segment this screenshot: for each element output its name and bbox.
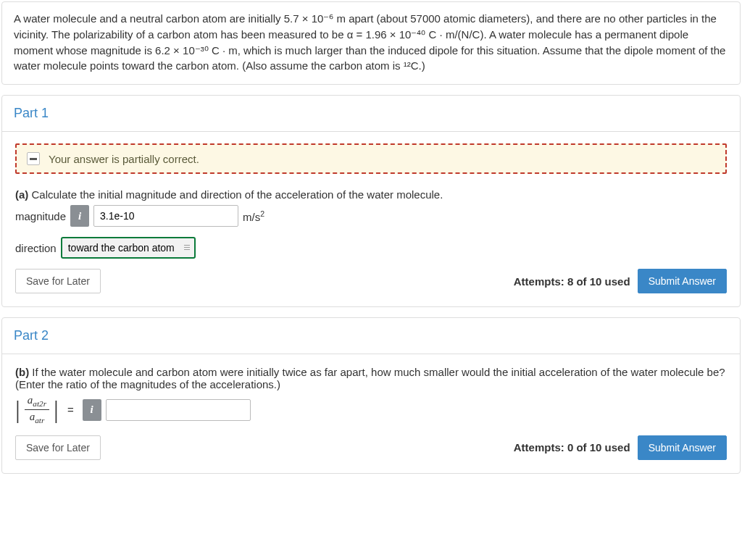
abs-bar-left: | — [15, 398, 20, 422]
part2-prompt: (b) If the water molecule and carbon ato… — [15, 366, 727, 390]
part2-prompt-text: If the water molecule and carbon atom we… — [15, 366, 725, 390]
magnitude-input[interactable] — [93, 205, 238, 227]
magnitude-label: magnitude — [15, 210, 66, 222]
problem-panel: A water molecule and a neutral carbon at… — [1, 1, 741, 85]
info-icon[interactable]: i — [70, 205, 89, 227]
direction-label: direction — [15, 242, 57, 254]
part1-prompt-text: Calculate the initial magnitude and dire… — [28, 188, 443, 201]
info-icon[interactable]: i — [83, 399, 101, 421]
problem-text-content: A water molecule and a neutral carbon at… — [14, 12, 725, 72]
equals-sign: = — [67, 404, 74, 416]
magnitude-unit: m/s2 — [243, 209, 264, 223]
part1-title: Part 1 — [2, 96, 740, 132]
save-button[interactable]: Save for Later — [15, 435, 101, 460]
problem-text: A water molecule and a neutral carbon at… — [2, 2, 740, 84]
ratio-input[interactable] — [106, 399, 251, 421]
abs-bar-right: | — [54, 398, 59, 422]
part2-prompt-label: (b) — [15, 366, 29, 378]
partial-correct-icon — [27, 152, 40, 165]
save-button[interactable]: Save for Later — [15, 269, 101, 293]
part1-prompt-label: (a) — [15, 188, 28, 201]
part2-panel: Part 2 (b) If the water molecule and car… — [1, 317, 741, 474]
part1-prompt: (a) Calculate the initial magnitude and … — [15, 188, 727, 201]
direction-select[interactable]: toward the carbon atom — [61, 237, 196, 259]
attempts-text: Attempts: 8 of 10 used — [514, 275, 630, 288]
part2-title: Part 2 — [2, 318, 740, 354]
feedback-text: Your answer is partially correct. — [49, 153, 199, 165]
ratio-fraction: aat2r aatr — [25, 395, 49, 425]
attempts-text: Attempts: 0 of 10 used — [514, 441, 630, 454]
part1-panel: Part 1 Your answer is partially correct.… — [1, 95, 741, 307]
feedback-banner: Your answer is partially correct. — [15, 143, 727, 174]
submit-button[interactable]: Submit Answer — [638, 435, 727, 460]
submit-button[interactable]: Submit Answer — [638, 269, 727, 293]
